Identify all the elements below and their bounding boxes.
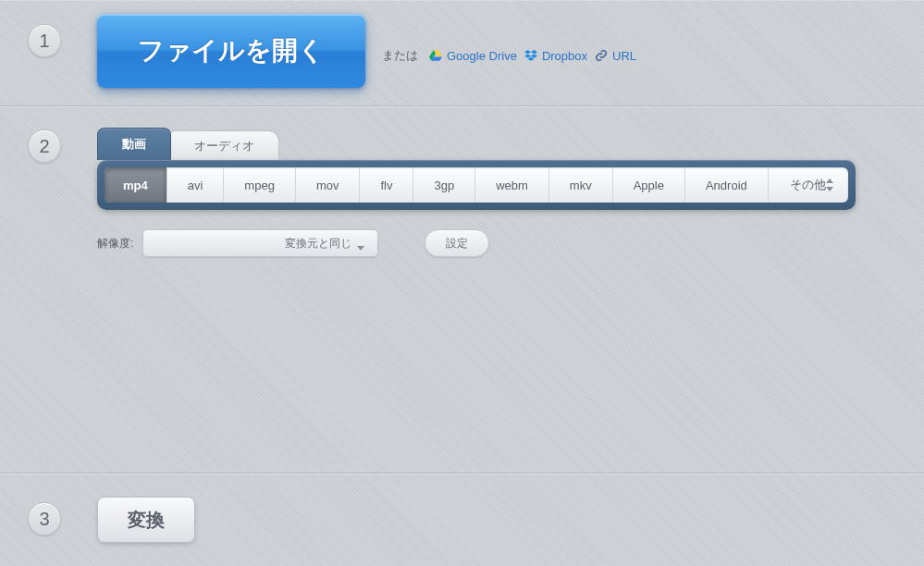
format-apple[interactable]: Apple <box>613 167 685 203</box>
sort-arrows-icon <box>826 178 833 191</box>
dropbox-icon <box>524 50 537 61</box>
media-type-tabs: 動画 オーディオ <box>97 128 279 160</box>
url-link[interactable]: URL <box>595 49 636 63</box>
step-1-panel: 1 ファイルを開く または Google Drive Dropbox URL <box>0 0 924 106</box>
format-mkv[interactable]: mkv <box>549 167 613 203</box>
format-more-dropdown[interactable]: その他 <box>769 167 848 203</box>
step-3-number: 3 <box>28 502 61 535</box>
svg-marker-4 <box>531 50 537 54</box>
step-2-number: 2 <box>28 129 61 163</box>
convert-button[interactable]: 変換 <box>97 497 195 543</box>
google-drive-label: Google Drive <box>447 49 517 63</box>
link-icon <box>595 49 608 62</box>
google-drive-icon <box>429 50 442 61</box>
settings-button[interactable]: 設定 <box>425 229 489 257</box>
format-3gp[interactable]: 3gp <box>413 167 475 203</box>
format-webm[interactable]: webm <box>475 167 549 203</box>
format-android[interactable]: Android <box>685 167 769 203</box>
url-label: URL <box>612 49 636 63</box>
format-mpeg[interactable]: mpeg <box>224 167 296 203</box>
resolution-value: 変換元と同じ <box>285 236 351 252</box>
step-1-number: 1 <box>28 24 61 57</box>
svg-marker-10 <box>357 246 364 251</box>
format-flv[interactable]: flv <box>360 167 413 203</box>
svg-marker-3 <box>524 50 531 54</box>
tab-audio[interactable]: オーディオ <box>169 130 279 160</box>
dropbox-link[interactable]: Dropbox <box>524 49 587 63</box>
google-drive-link[interactable]: Google Drive <box>429 49 517 63</box>
svg-marker-8 <box>826 178 833 183</box>
step-2-panel: 2 動画 オーディオ mp4avimpegmovflv3gpwebmmkvApp… <box>0 106 924 474</box>
svg-marker-9 <box>826 187 833 191</box>
resolution-select[interactable]: 変換元と同じ <box>142 229 378 257</box>
format-mp4[interactable]: mp4 <box>105 167 167 203</box>
format-avi[interactable]: avi <box>167 167 225 203</box>
format-bar: mp4avimpegmovflv3gpwebmmkvAppleAndroidその… <box>105 167 848 203</box>
open-file-button[interactable]: ファイルを開く <box>97 14 365 88</box>
dropbox-label: Dropbox <box>542 49 587 63</box>
or-label: または <box>382 47 418 64</box>
chevron-down-icon <box>357 240 364 246</box>
resolution-label: 解像度: <box>97 236 133 252</box>
format-bar-frame: mp4avimpegmovflv3gpwebmmkvAppleAndroidその… <box>97 160 856 210</box>
cloud-source-row: または Google Drive Dropbox URL <box>382 47 636 64</box>
tab-video[interactable]: 動画 <box>97 128 171 160</box>
resolution-row: 解像度: 変換元と同じ 設定 <box>97 229 489 257</box>
format-more-label: その他 <box>790 177 826 193</box>
step-3-panel: 3 変換 <box>0 474 924 566</box>
format-mov[interactable]: mov <box>296 167 361 203</box>
